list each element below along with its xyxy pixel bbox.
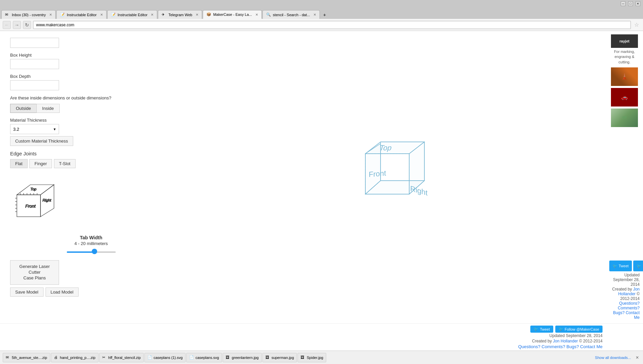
tab-instructable1[interactable]: 📝 Instructable Editor ✕ bbox=[56, 10, 107, 19]
tab-makercase[interactable]: 📦 MakerCase - Easy La... ✕ bbox=[203, 10, 262, 19]
flat-joint-btn[interactable]: Flat bbox=[10, 159, 28, 168]
download-item-6[interactable]: 🖼 superman.jpg bbox=[262, 353, 297, 362]
created-text: Created by Jon Hollander © 2012-2014 bbox=[609, 287, 640, 301]
box-height-input[interactable]: 100 bbox=[10, 59, 59, 69]
download-label-1: hand_printing_p....zip bbox=[60, 356, 95, 360]
download-item-4[interactable]: 📄 caseplans.svg bbox=[186, 353, 222, 362]
minimize-btn[interactable]: ─ bbox=[621, 1, 625, 6]
ad-image-3-svg: 🗺 bbox=[613, 110, 636, 126]
follow-btn[interactable]: 🐦 Follow @MakerCase bbox=[633, 261, 643, 271]
download-item-5[interactable]: 🖼 greenlantern.jpg bbox=[223, 353, 262, 362]
bottom-social-row: 🐦 Tweet 🐦 Follow @MakerCase Updated Sept… bbox=[0, 323, 643, 351]
download-icon-5: 🖼 bbox=[226, 355, 230, 360]
svg-text:🚗: 🚗 bbox=[621, 94, 628, 100]
custom-thickness-btn[interactable]: Custom Material Thickness bbox=[10, 136, 73, 146]
box-depth-label: Box Depth bbox=[10, 74, 172, 79]
svg-text:🗼: 🗼 bbox=[621, 73, 628, 80]
ad-image-1-svg: 🗼 bbox=[613, 68, 636, 85]
outside-btn[interactable]: Outside bbox=[10, 104, 36, 113]
material-thickness-select-wrapper: 3.2 1.5 3.0 4.0 6.0 9.0 12.0 ▼ bbox=[10, 124, 59, 134]
tab-label-stencil: stencil - Search - dat... bbox=[273, 13, 310, 17]
slider-thumb[interactable] bbox=[92, 249, 97, 254]
downloads-close-btn[interactable]: ✕ bbox=[634, 355, 640, 360]
download-icon-1: 🖨 bbox=[54, 355, 59, 360]
svg-text:Right: Right bbox=[43, 198, 52, 202]
generate-btn[interactable]: Generate Laser CutterCase Plans bbox=[10, 260, 59, 285]
twitter-icon: 🐦 bbox=[613, 264, 617, 268]
tab-favicon-makercase: 📦 bbox=[206, 12, 211, 17]
bottom-follow-btn[interactable]: 🐦 Follow @MakerCase bbox=[555, 326, 603, 333]
ad-image-3[interactable]: 🗺 bbox=[611, 109, 638, 127]
dimension-type-group: Are these inside dimensions or outside d… bbox=[10, 95, 172, 113]
updated-text: Updated September 28, 2014 bbox=[609, 273, 640, 287]
box-height-label: Box Height bbox=[10, 53, 172, 58]
bottom-social-btns: 🐦 Tweet 🐦 Follow @MakerCase bbox=[530, 326, 603, 333]
address-bar[interactable]: www.makercase.com bbox=[33, 21, 631, 29]
new-tab-btn[interactable]: + bbox=[320, 11, 329, 19]
page-content: 300 Box Height 100 Box Depth 150 Are the… bbox=[0, 31, 643, 323]
bookmark-star-icon[interactable]: ☆ bbox=[633, 22, 640, 28]
box-depth-input[interactable]: 150 bbox=[10, 80, 59, 90]
download-item-0[interactable]: ✉ 5th_avenue_ste....zip bbox=[3, 353, 50, 362]
close-btn[interactable]: ✕ bbox=[636, 1, 640, 6]
box-width-input[interactable]: 300 bbox=[10, 38, 59, 48]
tab-favicon-inst2: 📝 bbox=[111, 12, 116, 17]
title-bar: ─ □ ✕ bbox=[0, 0, 643, 7]
tweet-btn[interactable]: 🐦 Tweet bbox=[609, 261, 632, 271]
download-label-2: hff_floral_stencil.zip bbox=[108, 356, 141, 360]
download-icon-7: 🖼 bbox=[301, 355, 305, 360]
right-panel: rayjet For marking, engraving & cutting.… bbox=[606, 31, 643, 323]
download-label-3: caseplans (1).svg bbox=[153, 356, 183, 360]
bottom-questions-link[interactable]: Questions? Comments? Bugs? Contact Me bbox=[518, 344, 603, 349]
tab-stencil[interactable]: 🔍 stencil - Search - dat... ✕ bbox=[262, 10, 320, 19]
tab-close-inst1[interactable]: ✕ bbox=[100, 13, 103, 17]
download-icon-4: 📄 bbox=[189, 355, 194, 360]
tab-instructable2[interactable]: 📝 Instructable Editor ✕ bbox=[107, 10, 158, 19]
load-model-btn[interactable]: Load Model bbox=[46, 287, 79, 297]
tabs-bar: ✉ Inbox (30) - coventry ✕ 📝 Instructable… bbox=[0, 7, 643, 19]
tab-close-inst2[interactable]: ✕ bbox=[151, 13, 153, 17]
questions-link[interactable]: Questions? Comments? Bugs? Contact Me bbox=[613, 301, 640, 320]
ad-image-2-svg: 🚗 bbox=[613, 89, 636, 106]
reload-btn[interactable]: ↻ bbox=[23, 21, 31, 29]
show-all-downloads-btn[interactable]: Show all downloads... bbox=[592, 356, 634, 360]
download-label-6: superman.jpg bbox=[272, 356, 294, 360]
tab-close-telegram[interactable]: ✕ bbox=[196, 13, 198, 17]
tab-close-gmail[interactable]: ✕ bbox=[49, 13, 52, 17]
bottom-updated: Updated September 28, 2014 bbox=[550, 333, 603, 338]
bottom-author-link[interactable]: Jon Hollander bbox=[553, 339, 578, 343]
back-btn[interactable]: ← bbox=[3, 21, 11, 29]
tab-width-slider-container bbox=[67, 249, 116, 255]
download-label-5: greenlantern.jpg bbox=[232, 356, 259, 360]
download-icon-0: ✉ bbox=[6, 355, 10, 360]
download-item-1[interactable]: 🖨 hand_printing_p....zip bbox=[51, 353, 99, 362]
downloads-bar: ✉ 5th_avenue_ste....zip 🖨 hand_printing_… bbox=[0, 351, 643, 364]
ad-image-2[interactable]: 🚗 bbox=[611, 88, 638, 107]
download-item-7[interactable]: 🖼 Spider.jpg bbox=[298, 353, 326, 362]
tab-telegram[interactable]: ✈ Telegram Web ✕ bbox=[158, 10, 202, 19]
bottom-tweet-btn[interactable]: 🐦 Tweet bbox=[530, 326, 553, 333]
ad-image-1[interactable]: 🗼 bbox=[611, 67, 638, 86]
edge-joints-btn-group: Flat Finger T-Slot bbox=[10, 159, 172, 168]
finger-joint-btn[interactable]: Finger bbox=[29, 159, 52, 168]
bottom-created: Created by Jon Hollander © 2012-2014 bbox=[532, 339, 603, 343]
save-model-btn[interactable]: Save Model bbox=[10, 287, 44, 297]
slider-fill bbox=[67, 251, 94, 253]
tslot-joint-btn[interactable]: T-Slot bbox=[54, 159, 76, 168]
tweet-btn-label: Tweet bbox=[619, 264, 628, 268]
svg-text:Front: Front bbox=[25, 204, 36, 209]
download-item-3[interactable]: 📄 caseplans (1).svg bbox=[144, 353, 186, 362]
svg-text:Front: Front bbox=[369, 169, 386, 178]
forward-btn[interactable]: → bbox=[13, 21, 21, 29]
maximize-btn[interactable]: □ bbox=[628, 1, 633, 6]
tab-close-stencil[interactable]: ✕ bbox=[313, 13, 316, 17]
tab-close-makercase[interactable]: ✕ bbox=[255, 13, 258, 17]
material-thickness-select[interactable]: 3.2 1.5 3.0 4.0 6.0 9.0 12.0 bbox=[10, 124, 59, 134]
inside-btn[interactable]: Inside bbox=[36, 104, 60, 113]
slider-track bbox=[67, 251, 116, 253]
material-thickness-group: Material Thickness 3.2 1.5 3.0 4.0 6.0 9… bbox=[10, 118, 172, 146]
download-item-2[interactable]: ✂ hff_floral_stencil.zip bbox=[99, 353, 144, 362]
download-label-4: caseplans.svg bbox=[195, 356, 219, 360]
tab-gmail[interactable]: ✉ Inbox (30) - coventry ✕ bbox=[1, 10, 56, 19]
download-label-0: 5th_avenue_ste....zip bbox=[12, 356, 47, 360]
